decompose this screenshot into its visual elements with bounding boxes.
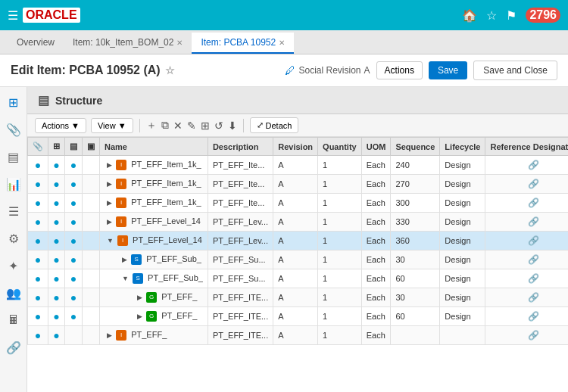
- row-expand-icon[interactable]: ▶: [107, 161, 112, 169]
- cell-name[interactable]: ▶ I PT_EFF_Item_1k_: [100, 175, 208, 194]
- th-name[interactable]: Name: [100, 138, 208, 156]
- ref-icon[interactable]: 🔗: [528, 198, 539, 208]
- table-row[interactable]: ● ● ● ▶ S PT_EFF_Sub_ PT_EFF_Su... A 1 E…: [28, 250, 569, 269]
- cell-ref[interactable]: 🔗: [485, 232, 568, 250]
- toolbar-detach-button[interactable]: ⤢ Detach: [250, 117, 299, 133]
- save-close-button[interactable]: Save and Close: [473, 61, 557, 80]
- table-row[interactable]: ● ● ● ▶ I PT_EFF_Item_1k_ PT_EFF_Ite... …: [28, 194, 569, 213]
- toolbar-actions-button[interactable]: Actions ▼: [35, 118, 86, 133]
- row-expand-icon[interactable]: ▶: [122, 256, 127, 263]
- favorite-star-icon[interactable]: ☆: [165, 64, 175, 76]
- tab-bom[interactable]: Item: 10k_Item_BOM_02 ✕: [64, 33, 192, 54]
- cell-dot2: ●: [48, 232, 65, 250]
- row-expand-icon[interactable]: ▶: [137, 294, 142, 301]
- cell-ref[interactable]: 🔗: [485, 250, 568, 269]
- cell-uom: Each: [361, 194, 391, 213]
- toolbar-move-icon[interactable]: ⊞: [201, 120, 210, 132]
- cell-ref[interactable]: 🔗: [485, 288, 568, 307]
- cell-name[interactable]: ▶ I PT_EFF_: [100, 326, 208, 345]
- cell-ref[interactable]: 🔗: [485, 156, 568, 175]
- toolbar-edit-icon[interactable]: ✎: [187, 120, 196, 132]
- ref-icon[interactable]: 🔗: [528, 235, 539, 246]
- sidebar-icon-calculator[interactable]: 🖩: [5, 311, 23, 329]
- home-icon[interactable]: 🏠: [462, 8, 477, 23]
- sidebar-icon-list[interactable]: ☰: [5, 202, 23, 220]
- th-seq[interactable]: Sequence: [391, 138, 440, 156]
- table-row[interactable]: ● ● ● ▶ I PT_EFF_Item_1k_ PT_EFF_Ite... …: [28, 175, 569, 194]
- ref-icon[interactable]: 🔗: [528, 311, 539, 322]
- main-panel: ▤ Structure Actions ▼ View ▼ ＋ ⧉ ✕ ✎ ⊞ ↺…: [27, 87, 568, 392]
- cell-ref[interactable]: 🔗: [485, 213, 568, 232]
- tab-bom-close[interactable]: ✕: [176, 39, 183, 47]
- table-row[interactable]: ● ● ▶ I PT_EFF_ PT_EFF_ITE... A 1 Each 🔗…: [28, 326, 569, 345]
- row-expand-icon[interactable]: ▶: [107, 218, 112, 226]
- notification-badge[interactable]: 2796: [526, 8, 560, 23]
- cell-name[interactable]: ▶ S PT_EFF_Sub_: [100, 250, 208, 269]
- ref-icon[interactable]: 🔗: [528, 330, 539, 341]
- sidebar-icon-attachment[interactable]: 📎: [5, 120, 23, 138]
- cell-type-icon: [83, 194, 100, 213]
- sidebar-icon-link[interactable]: 🔗: [5, 338, 23, 356]
- row-expand-icon[interactable]: ▶: [107, 199, 112, 207]
- cell-name[interactable]: ▶ I PT_EFF_Item_1k_: [100, 156, 208, 175]
- star-icon[interactable]: ☆: [486, 8, 497, 23]
- cell-ref[interactable]: 🔗: [485, 175, 568, 194]
- table-row[interactable]: ● ● ● ▼ S PT_EFF_Sub_ PT_EFF_Su... A 1 E…: [28, 269, 569, 288]
- sidebar-icon-chart[interactable]: 📊: [5, 175, 23, 193]
- cell-dot2: ●: [48, 175, 65, 194]
- sidebar-icon-table[interactable]: ▤: [5, 148, 23, 166]
- flag-icon[interactable]: ⚑: [506, 8, 517, 23]
- ref-icon[interactable]: 🔗: [528, 292, 539, 303]
- toolbar-copy-icon[interactable]: ⧉: [161, 119, 169, 132]
- cell-lifecycle: [440, 326, 485, 345]
- toolbar-delete-icon[interactable]: ✕: [173, 120, 183, 132]
- toolbar-add-icon[interactable]: ＋: [146, 119, 157, 132]
- ref-icon[interactable]: 🔗: [528, 254, 539, 265]
- cell-name[interactable]: ▶ I PT_EFF_Item_1k_: [100, 194, 208, 213]
- cell-ref[interactable]: 🔗: [485, 194, 568, 213]
- tab-pcba-close[interactable]: ✕: [279, 39, 285, 47]
- sidebar-icon-settings[interactable]: ⚙: [5, 229, 23, 247]
- row-expand-icon[interactable]: ▼: [107, 237, 114, 244]
- cell-ref[interactable]: 🔗: [485, 326, 568, 345]
- dot3-indicator: ●: [70, 178, 76, 190]
- cell-qty: 1: [318, 213, 362, 232]
- cell-ref[interactable]: 🔗: [485, 269, 568, 288]
- cell-name[interactable]: ▼ I PT_EFF_Level_14: [100, 232, 208, 250]
- save-button[interactable]: Save: [429, 61, 467, 79]
- cell-name[interactable]: ▶ I PT_EFF_Level_14: [100, 213, 208, 232]
- ref-icon[interactable]: 🔗: [528, 179, 539, 189]
- toolbar-download-icon[interactable]: ⬇: [228, 120, 237, 132]
- cell-name[interactable]: ▶ G PT_EFF_: [100, 307, 208, 326]
- th-lifecycle[interactable]: Lifecycle: [440, 138, 485, 156]
- ref-icon[interactable]: 🔗: [528, 160, 539, 170]
- sidebar-icon-grid[interactable]: ⊞: [5, 93, 23, 111]
- th-rev[interactable]: Revision: [273, 138, 318, 156]
- ref-icon[interactable]: 🔗: [528, 216, 539, 227]
- table-row[interactable]: ● ● ● ▶ G PT_EFF_ PT_EFF_ITE... A 1 Each…: [28, 288, 569, 307]
- actions-button[interactable]: Actions: [376, 61, 423, 79]
- row-expand-icon[interactable]: ▼: [122, 275, 129, 282]
- table-row[interactable]: ● ● ● ▼ I PT_EFF_Level_14 PT_EFF_Lev... …: [28, 232, 569, 250]
- toolbar-view-button[interactable]: View ▼: [91, 118, 133, 133]
- table-row[interactable]: ● ● ● ▶ G PT_EFF_ PT_EFF_ITE... A 1 Each…: [28, 307, 569, 326]
- row-expand-icon[interactable]: ▶: [107, 331, 112, 339]
- tab-overview[interactable]: Overview: [8, 33, 64, 54]
- th-desc[interactable]: Description: [208, 138, 273, 156]
- table-row[interactable]: ● ● ● ▶ I PT_EFF_Level_14 PT_EFF_Lev... …: [28, 213, 569, 232]
- toolbar-refresh-icon[interactable]: ↺: [214, 120, 223, 132]
- th-ref[interactable]: Reference Designator: [485, 138, 568, 156]
- table-row[interactable]: ● ● ● ▶ I PT_EFF_Item_1k_ PT_EFF_Ite... …: [28, 156, 569, 175]
- sidebar-icon-users[interactable]: 👥: [5, 284, 23, 302]
- th-uom[interactable]: UOM: [361, 138, 391, 156]
- th-qty[interactable]: Quantity: [318, 138, 362, 156]
- row-expand-icon[interactable]: ▶: [107, 180, 112, 188]
- cell-name[interactable]: ▶ G PT_EFF_: [100, 288, 208, 307]
- cell-name[interactable]: ▼ S PT_EFF_Sub_: [100, 269, 208, 288]
- ref-icon[interactable]: 🔗: [528, 273, 539, 284]
- row-expand-icon[interactable]: ▶: [137, 313, 142, 320]
- cell-ref[interactable]: 🔗: [485, 307, 568, 326]
- tab-pcba[interactable]: Item: PCBA 10952 ✕: [192, 33, 294, 54]
- hamburger-menu[interactable]: ☰: [8, 8, 18, 23]
- sidebar-icon-network[interactable]: ✦: [5, 257, 23, 275]
